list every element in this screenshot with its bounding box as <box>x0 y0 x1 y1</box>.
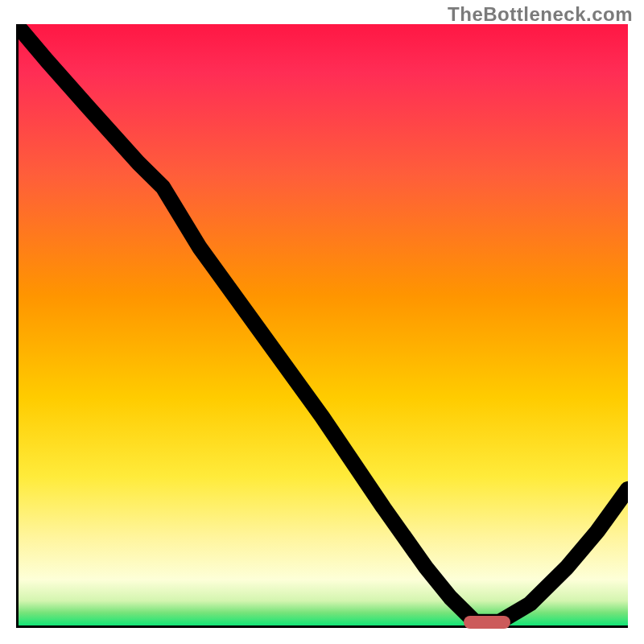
chart-container: TheBottleneck.com <box>0 0 644 644</box>
bottleneck-curve <box>16 24 628 628</box>
optimum-marker <box>464 616 510 629</box>
watermark-text: TheBottleneck.com <box>448 3 633 26</box>
plot-area <box>16 24 628 628</box>
